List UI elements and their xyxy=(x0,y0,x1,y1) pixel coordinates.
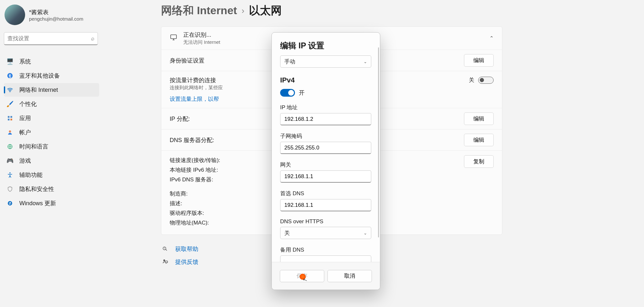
dialog-title: 编辑 IP 设置 xyxy=(280,40,373,51)
monitor-icon xyxy=(170,34,179,43)
select-value: 关 xyxy=(284,229,290,237)
help-link[interactable]: ? 获取帮助 xyxy=(162,243,631,255)
avatar xyxy=(5,5,25,25)
brush-icon: 🖌️ xyxy=(6,101,14,108)
svg-rect-14 xyxy=(165,261,168,263)
chevron-down-icon: ⌄ xyxy=(364,231,367,235)
field-label: 备用 DNS xyxy=(280,246,373,254)
info-label: IPv6 DNS 服务器: xyxy=(170,176,213,183)
nav-apps[interactable]: 应用 xyxy=(4,111,99,125)
alternate-dns-input[interactable] xyxy=(280,255,371,262)
nav-gaming[interactable]: 🎮 游戏 xyxy=(4,154,99,168)
svg-point-6 xyxy=(9,130,11,133)
feedback-icon xyxy=(162,258,169,266)
search-box[interactable]: ⌕ xyxy=(4,32,98,45)
svg-point-0 xyxy=(7,73,13,79)
ipv4-toggle[interactable] xyxy=(280,89,295,97)
info-label: 驱动程序版本: xyxy=(170,209,204,217)
svg-point-13 xyxy=(163,259,165,261)
gamepad-icon: 🎮 xyxy=(6,157,14,164)
svg-text:?: ? xyxy=(164,247,165,249)
edit-ip-dialog: 编辑 IP 设置 手动 ⌄ IPv4 开 IP 地址 子网掩码 网关 首选 DN… xyxy=(271,32,380,290)
svg-point-1 xyxy=(10,91,11,92)
globe-clock-icon xyxy=(6,143,14,150)
field-label: 首选 DNS xyxy=(280,190,373,197)
nav-bluetooth[interactable]: 蓝牙和其他设备 xyxy=(4,69,99,82)
search-input[interactable] xyxy=(7,35,91,42)
nav-label: 蓝牙和其他设备 xyxy=(19,72,60,80)
nav-label: Windows 更新 xyxy=(19,199,56,207)
breadcrumb-parent[interactable]: 网络和 Internet xyxy=(161,3,237,18)
field-label: 子网掩码 xyxy=(280,132,373,140)
nav-label: 个性化 xyxy=(19,100,37,108)
dns-over-https-select[interactable]: 关 ⌄ xyxy=(280,227,371,239)
nav-label: 网络和 Internet xyxy=(19,86,58,94)
nav-time-language[interactable]: 时间和语言 xyxy=(4,140,99,153)
edit-button[interactable]: 编辑 xyxy=(464,112,494,125)
info-label: 链接速度(接收/传输): xyxy=(170,157,220,164)
helper-links: ? 获取帮助 提供反馈 xyxy=(161,243,631,268)
dialog-footer: 保存 ↖ 取消 xyxy=(272,262,380,290)
shield-icon xyxy=(6,186,14,193)
gateway-input[interactable] xyxy=(280,170,371,183)
edit-button[interactable]: 编辑 xyxy=(464,134,494,146)
person-icon xyxy=(6,129,14,136)
info-label: 制造商: xyxy=(170,190,188,197)
nav-list: 🖥️ 系统 蓝牙和其他设备 网络和 Internet 🖌️ 个性化 xyxy=(4,55,99,210)
edit-button[interactable]: 编辑 xyxy=(464,54,494,67)
nav-system[interactable]: 🖥️ 系统 xyxy=(4,55,99,68)
info-label: 物理地址(MAC): xyxy=(170,219,209,226)
nav-label: 帐户 xyxy=(19,129,31,136)
ip-mode-select[interactable]: 手动 ⌄ xyxy=(280,55,371,68)
feedback-label: 提供反馈 xyxy=(175,258,198,266)
svg-rect-5 xyxy=(11,119,12,120)
ipv4-heading: IPv4 xyxy=(280,76,373,84)
nav-personalization[interactable]: 🖌️ 个性化 xyxy=(4,97,99,111)
nav-label: 应用 xyxy=(19,114,31,122)
wifi-icon xyxy=(6,86,14,93)
svg-rect-3 xyxy=(11,116,12,118)
copy-button[interactable]: 复制 xyxy=(464,155,494,168)
scrollbar[interactable] xyxy=(378,47,379,237)
help-label: 获取帮助 xyxy=(175,245,198,253)
info-label: 本地链接 IPv6 地址: xyxy=(170,166,218,174)
cancel-button[interactable]: 取消 xyxy=(327,270,372,282)
nav-network[interactable]: 网络和 Internet xyxy=(4,83,99,97)
user-name: *酱紫表 xyxy=(29,8,83,16)
nav-label: 系统 xyxy=(19,58,31,65)
feedback-link[interactable]: 提供反馈 xyxy=(162,255,631,268)
chevron-down-icon: ⌄ xyxy=(364,59,367,64)
monitor-icon: 🖥️ xyxy=(6,58,14,65)
select-value: 手动 xyxy=(284,58,295,65)
search-icon: ⌕ xyxy=(91,35,94,42)
ip-address-input[interactable] xyxy=(280,113,371,125)
help-icon: ? xyxy=(162,245,169,253)
save-button[interactable]: 保存 ↖ xyxy=(280,270,324,282)
nav-label: 隐私和安全性 xyxy=(19,185,54,193)
nav-privacy[interactable]: 隐私和安全性 xyxy=(4,182,99,196)
nav-label: 辅助功能 xyxy=(19,171,43,179)
nav-label: 时间和语言 xyxy=(19,143,48,150)
user-block[interactable]: *酱紫表 pengchujin@hotmail.com xyxy=(4,3,99,31)
toggle-label: 关 xyxy=(469,76,474,84)
chevron-up-icon[interactable]: ⌃ xyxy=(489,35,494,41)
chevron-right-icon: › xyxy=(242,6,244,16)
svg-rect-10 xyxy=(171,35,176,39)
preferred-dns-input[interactable] xyxy=(280,199,371,211)
field-label: DNS over HTTPS xyxy=(280,218,373,225)
accessibility-icon xyxy=(6,171,14,178)
subnet-mask-input[interactable] xyxy=(280,142,371,154)
update-icon xyxy=(6,200,14,207)
bluetooth-icon xyxy=(6,72,14,79)
svg-rect-4 xyxy=(8,119,9,120)
svg-point-9 xyxy=(8,201,12,206)
nav-windows-update[interactable]: Windows 更新 xyxy=(4,197,99,210)
apps-icon xyxy=(6,115,14,122)
metered-toggle[interactable] xyxy=(478,77,494,84)
user-email: pengchujin@hotmail.com xyxy=(29,16,83,22)
info-label: 描述: xyxy=(170,200,182,207)
nav-accounts[interactable]: 帐户 xyxy=(4,126,99,139)
nav-accessibility[interactable]: 辅助功能 xyxy=(4,168,99,182)
toggle-label: 开 xyxy=(299,89,305,97)
sidebar: *酱紫表 pengchujin@hotmail.com ⌕ 🖥️ 系统 蓝牙和其… xyxy=(0,0,103,307)
